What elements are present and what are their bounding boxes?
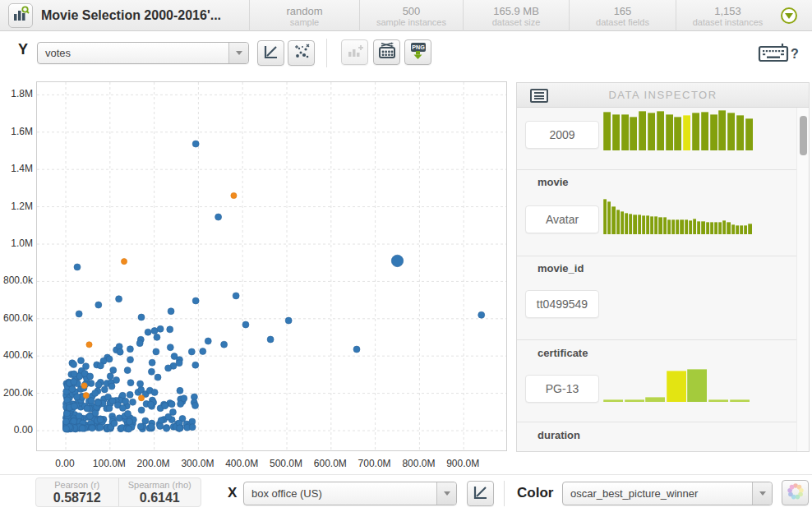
stat-cell: 165dataset fields: [569, 0, 676, 31]
histogram-bar[interactable]: [629, 214, 632, 234]
histogram-bar[interactable]: [731, 224, 735, 234]
color-palette-button[interactable]: [782, 480, 809, 505]
pearson-label: Pearson (r): [54, 480, 99, 491]
histogram-bar[interactable]: [603, 199, 607, 234]
histogram-bar[interactable]: [621, 114, 629, 150]
histogram-bar[interactable]: [650, 216, 653, 234]
app-logo-button[interactable]: [8, 3, 33, 28]
histogram-bar[interactable]: [748, 224, 751, 234]
histogram-bar[interactable]: [612, 114, 620, 150]
axis-scale-button[interactable]: [257, 40, 284, 66]
histogram-bar[interactable]: [710, 222, 713, 234]
histogram-bar[interactable]: [701, 112, 708, 150]
x-tick-label: 700.0M: [352, 458, 398, 469]
histogram-bar[interactable]: [727, 222, 730, 234]
histogram-bar[interactable]: [687, 369, 707, 402]
x-tick-label: 0.00: [42, 458, 88, 469]
year-histogram[interactable]: [603, 110, 754, 150]
histogram-bar[interactable]: [714, 222, 717, 234]
correlation-stats: Pearson (r) 0.58712 Spearman (rho) 0.614…: [35, 477, 201, 507]
stat-cell: 500sample instances: [359, 0, 463, 31]
histogram-bar[interactable]: [708, 399, 728, 402]
y-tick-label: 1.2M: [0, 201, 33, 212]
histogram-bar[interactable]: [676, 219, 679, 234]
y-tick-label: 1.4M: [0, 163, 33, 174]
histogram-bar[interactable]: [633, 214, 636, 235]
histogram-bar[interactable]: [727, 113, 735, 150]
bottombar-divider: [504, 481, 505, 506]
shuffle-sample-button[interactable]: [373, 39, 400, 65]
histogram-bar[interactable]: [697, 221, 700, 234]
histogram-bar[interactable]: [745, 118, 753, 150]
histogram-bar[interactable]: [674, 117, 681, 150]
help-question-mark: ?: [791, 47, 799, 62]
histogram-bar[interactable]: [607, 201, 611, 234]
histogram-bar[interactable]: [663, 217, 667, 234]
field-row-movie: movie Avatar: [517, 169, 796, 256]
histogram-bar[interactable]: [642, 215, 645, 234]
histogram-bar[interactable]: [638, 214, 641, 234]
download-png-button[interactable]: PNG: [404, 39, 431, 65]
panel-scrollbar-thumb[interactable]: [800, 116, 807, 155]
keyboard-shortcuts-help[interactable]: ?: [758, 43, 799, 66]
movie-histogram[interactable]: [603, 199, 753, 234]
scatter-mode-button[interactable]: [288, 40, 315, 66]
histogram-bar[interactable]: [658, 217, 662, 235]
histogram-bar[interactable]: [646, 215, 649, 234]
x-field-select[interactable]: box office (US): [243, 482, 457, 505]
histogram-bar[interactable]: [736, 115, 744, 150]
y-tick-label: 400.0k: [0, 349, 33, 361]
histogram-bar[interactable]: [666, 114, 673, 150]
histogram-bar[interactable]: [671, 219, 675, 234]
color-field-select[interactable]: oscar_best_picture_winner: [562, 482, 773, 505]
histogram-bar[interactable]: [654, 216, 657, 234]
topbar-dropdown-button[interactable]: [781, 7, 797, 24]
histogram-bar[interactable]: [603, 112, 611, 150]
histogram-bar[interactable]: [648, 113, 655, 150]
histogram-bar[interactable]: [744, 225, 747, 234]
y-field-select[interactable]: votes: [37, 42, 249, 64]
histogram-bar[interactable]: [692, 113, 699, 150]
histogram-bar[interactable]: [667, 371, 686, 402]
histogram-bar[interactable]: [625, 399, 644, 402]
table-shuffle-icon: [378, 42, 396, 62]
histogram-bar[interactable]: [718, 110, 726, 150]
histogram-bar[interactable]: [611, 206, 615, 234]
hamburger-menu-icon[interactable]: [530, 89, 548, 103]
panel-scrollbar-track[interactable]: [796, 108, 809, 451]
y-tick-label: 1.6M: [0, 126, 33, 137]
histogram-bar[interactable]: [701, 221, 704, 234]
histogram-bar[interactable]: [667, 219, 671, 234]
histogram-bar[interactable]: [693, 219, 696, 234]
field-value-movie-id: tt0499549: [525, 290, 599, 318]
histogram-bar[interactable]: [645, 397, 665, 402]
x-axis-scale-button[interactable]: [467, 481, 494, 506]
histogram-bar[interactable]: [657, 111, 664, 150]
histogram-bar[interactable]: [603, 399, 623, 402]
x-tick-label: 800.0M: [395, 458, 441, 469]
histogram-bar[interactable]: [710, 114, 717, 150]
histogram-bar[interactable]: [616, 210, 620, 234]
histogram-bar[interactable]: [736, 225, 739, 234]
x-tick-label: 500.0M: [263, 458, 309, 469]
histogram-bar[interactable]: [630, 117, 637, 150]
histogram-bar[interactable]: [706, 222, 709, 234]
histogram-bar[interactable]: [740, 225, 743, 234]
histogram-bar[interactable]: [625, 213, 628, 234]
scatter-plot[interactable]: [36, 81, 507, 451]
histogram-bar[interactable]: [621, 211, 624, 234]
keyboard-icon: [758, 43, 789, 66]
scatter-canvas[interactable]: [37, 82, 506, 450]
histogram-bar[interactable]: [689, 220, 692, 234]
certificate-histogram[interactable]: [603, 369, 750, 402]
app-window: Movie Selection 2000-2016'... randomsamp…: [0, 0, 812, 512]
histogram-bar[interactable]: [730, 399, 750, 402]
add-chart-button[interactable]: [341, 39, 368, 65]
histogram-bar[interactable]: [639, 111, 646, 150]
chevron-down-icon: [436, 482, 456, 505]
histogram-bar[interactable]: [685, 219, 688, 234]
histogram-bar[interactable]: [722, 220, 726, 234]
histogram-bar[interactable]: [680, 219, 683, 234]
histogram-bar[interactable]: [718, 222, 722, 234]
histogram-bar[interactable]: [683, 115, 690, 150]
